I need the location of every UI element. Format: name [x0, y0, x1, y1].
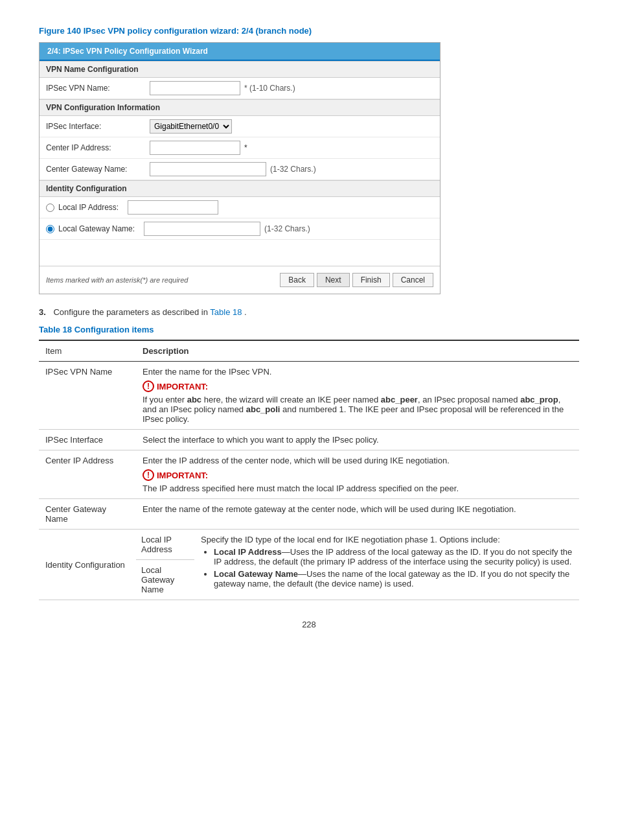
step3-period: .	[244, 307, 247, 317]
center-gw-label: Center Gateway Name:	[46, 165, 150, 174]
row-desc-ipsec-interface: Select the interface to which you want t…	[136, 430, 579, 450]
table18-link[interactable]: Table 18	[210, 307, 242, 317]
important-label-2: IMPORTANT:	[157, 471, 208, 480]
row-item-identity: Identity Configuration	[39, 530, 136, 600]
ipsec-interface-label: IPSec Interface:	[46, 122, 150, 131]
table-row: IPSec VPN Name Enter the name for the IP…	[39, 362, 579, 430]
table-row: Center IP Address Enter the IP address o…	[39, 450, 579, 499]
figure-caption: Figure 140 IPsec VPN policy configuratio…	[39, 26, 579, 36]
important-label-1: IMPORTANT:	[157, 382, 208, 391]
local-gw-input[interactable]	[144, 222, 260, 236]
ipsec-vpn-name-label: IPSec VPN Name:	[46, 84, 150, 93]
center-ip-label: Center IP Address:	[46, 143, 150, 152]
table-row: Center Gateway Name Enter the name of th…	[39, 499, 579, 530]
important-icon-1: !	[143, 380, 154, 392]
table-row-identity: Identity Configuration Local IP Address …	[39, 530, 579, 560]
ipsec-vpn-name-desc2: If you enter abc here, the wizard will c…	[143, 395, 573, 424]
identity-desc-intro: Specify the ID type of the local end for…	[201, 535, 573, 544]
row-sub-local-ip: Local IP Address	[136, 530, 194, 560]
col-description: Description	[136, 340, 579, 362]
wizard-footer: Items marked with an asterisk(*) are req…	[40, 266, 440, 294]
row-item-center-ip: Center IP Address	[39, 450, 136, 499]
row-desc-identity: Specify the ID type of the local end for…	[194, 530, 579, 600]
footer-note: Items marked with an asterisk(*) are req…	[46, 276, 188, 284]
footer-buttons: Back Next Finish Cancel	[280, 273, 433, 287]
local-ip-input[interactable]	[128, 200, 218, 215]
ipsec-interface-control: GigabitEthernet0/0	[150, 119, 433, 134]
center-gw-row: Center Gateway Name: (1-32 Chars.)	[40, 159, 440, 180]
center-ip-desc2: The IP address specified here must match…	[143, 484, 573, 493]
local-gw-radio[interactable]	[46, 225, 54, 233]
row-item-ipsec-vpn-name: IPSec VPN Name	[39, 362, 136, 430]
row-desc-center-ip: Enter the IP address of the center node,…	[136, 450, 579, 499]
ipsec-vpn-name-row: IPSec VPN Name: * (1-10 Chars.)	[40, 78, 440, 99]
wizard-body: VPN Name Configuration IPSec VPN Name: *…	[40, 61, 440, 266]
step3-text: 3. Configure the parameters as described…	[39, 307, 579, 317]
ipsec-interface-row: IPSec Interface: GigabitEthernet0/0	[40, 116, 440, 137]
ipsec-vpn-name-input[interactable]	[150, 81, 240, 95]
config-table: Item Description IPSec VPN Name Enter th…	[39, 340, 579, 600]
back-button[interactable]: Back	[280, 273, 314, 287]
row-item-center-gw: Center Gateway Name	[39, 499, 136, 530]
center-ip-desc1: Enter the IP address of the center node,…	[143, 456, 573, 465]
spacer	[40, 240, 440, 266]
step3-number: 3.	[39, 307, 46, 317]
local-ip-row: Local IP Address:	[40, 197, 440, 218]
page-number: 228	[39, 620, 579, 629]
ipsec-vpn-important-line: ! IMPORTANT:	[143, 380, 573, 392]
local-gw-hint: (1-32 Chars.)	[264, 224, 310, 233]
wizard-box: 2/4: IPSec VPN Policy Configuration Wiza…	[39, 42, 441, 294]
row-item-ipsec-interface: IPSec Interface	[39, 430, 136, 450]
finish-button[interactable]: Finish	[352, 273, 390, 287]
cancel-button[interactable]: Cancel	[393, 273, 433, 287]
row-desc-ipsec-vpn-name: Enter the name for the IPsec VPN. ! IMPO…	[136, 362, 579, 430]
center-ip-star: *	[244, 143, 247, 152]
wizard-tab: 2/4: IPSec VPN Policy Configuration Wiza…	[40, 43, 440, 61]
section-identity: Identity Configuration	[40, 180, 440, 197]
row-desc-center-gw: Enter the name of the remote gateway at …	[136, 499, 579, 530]
ipsec-vpn-name-control: * (1-10 Chars.)	[150, 81, 433, 95]
ipsec-interface-select[interactable]: GigabitEthernet0/0	[150, 119, 232, 134]
bullet-local-gw: Local Gateway Name—Uses the name of the …	[214, 569, 573, 589]
center-gw-hint: (1-32 Chars.)	[270, 165, 316, 174]
bullet-local-ip: Local IP Address—Uses the IP address of …	[214, 547, 573, 566]
center-ip-input[interactable]	[150, 141, 240, 155]
local-gw-row: Local Gateway Name: (1-32 Chars.)	[40, 218, 440, 240]
table-row: IPSec Interface Select the interface to …	[39, 430, 579, 450]
important-icon-2: !	[143, 469, 154, 481]
local-ip-radio-label: Local IP Address:	[58, 203, 119, 212]
section-vpn-name: VPN Name Configuration	[40, 61, 440, 78]
row-sub-local-gw: Local Gateway Name	[136, 560, 194, 600]
center-ip-control: *	[150, 141, 433, 155]
identity-bullets: Local IP Address—Uses the IP address of …	[214, 547, 573, 589]
center-ip-row: Center IP Address: *	[40, 137, 440, 159]
next-button[interactable]: Next	[317, 273, 350, 287]
table-caption: Table 18 Configuration items	[39, 325, 579, 334]
section-vpn-config: VPN Configuration Information	[40, 99, 440, 116]
center-gw-input[interactable]	[150, 162, 266, 176]
col-item: Item	[39, 340, 136, 362]
ipsec-vpn-name-desc1: Enter the name for the IPsec VPN.	[143, 367, 573, 377]
step3-body: Configure the parameters as described in	[53, 307, 210, 317]
center-ip-important-line: ! IMPORTANT:	[143, 469, 573, 481]
local-ip-radio[interactable]	[46, 204, 54, 212]
ipsec-vpn-name-hint: * (1-10 Chars.)	[244, 84, 295, 93]
local-gw-radio-label: Local Gateway Name:	[58, 224, 135, 233]
center-gw-control: (1-32 Chars.)	[150, 162, 433, 176]
